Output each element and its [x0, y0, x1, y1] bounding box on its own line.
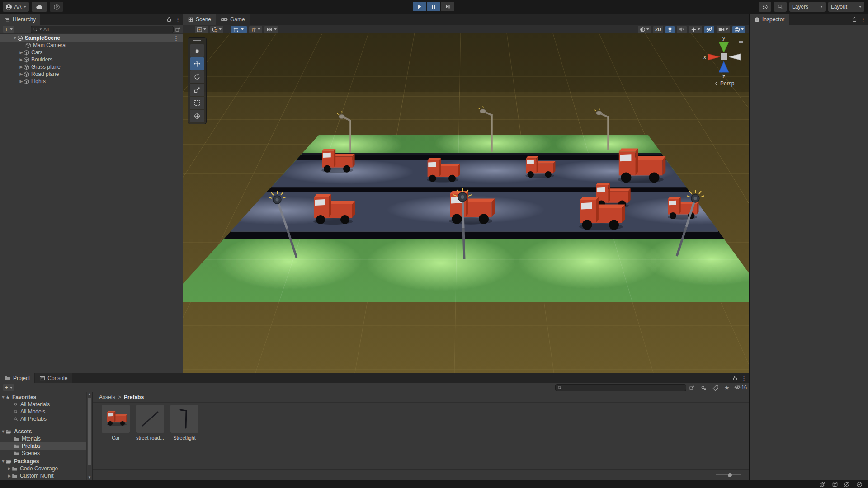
- lock-icon[interactable]: [851, 16, 858, 23]
- open-new-window-icon[interactable]: [689, 385, 695, 391]
- tree-item-packages[interactable]: ▼ Packages: [0, 458, 92, 465]
- tree-item-mterials[interactable]: Mterials: [0, 435, 92, 442]
- asset-item-car[interactable]: Car: [102, 405, 130, 441]
- create-object-button[interactable]: +: [3, 26, 14, 33]
- scene-lighting-toggle[interactable]: [665, 26, 675, 33]
- scene-menu-icon[interactable]: ⋮: [173, 35, 179, 41]
- hierarchy-row[interactable]: ▶ Boulders: [0, 56, 183, 63]
- gizmo-z-axis[interactable]: [719, 61, 729, 72]
- grid-snap-caret[interactable]: [240, 26, 245, 33]
- scale-tool-button[interactable]: [190, 84, 204, 96]
- tree-item-favorites[interactable]: ▼ ★ Favorites: [0, 394, 92, 401]
- slider-knob[interactable]: [728, 473, 732, 477]
- rotate-tool-button[interactable]: [190, 70, 204, 83]
- panel-menu-icon[interactable]: ⋮: [175, 17, 181, 23]
- hierarchy-search-input[interactable]: [43, 27, 171, 32]
- gizmo-center-cube[interactable]: [721, 53, 727, 60]
- debugger-disabled-icon[interactable]: [819, 481, 826, 488]
- asset-item-streetlight[interactable]: Streetlight: [170, 405, 198, 441]
- hand-tool-button[interactable]: [190, 44, 204, 57]
- tab-inspector[interactable]: Inspector: [750, 14, 789, 25]
- tab-console[interactable]: Console: [35, 373, 72, 383]
- auto-refresh-disabled-icon[interactable]: [844, 481, 850, 488]
- scene-canvas[interactable]: y x z Persp: [183, 33, 749, 373]
- persp-label[interactable]: Persp: [720, 80, 735, 87]
- pause-button[interactable]: [427, 2, 440, 11]
- foldout-arrow-icon[interactable]: ▶: [7, 466, 12, 471]
- progress-idle-icon[interactable]: [856, 481, 863, 488]
- gizmo-neg-axis[interactable]: [729, 54, 741, 60]
- tree-item-all-prefabs[interactable]: All Prefabs: [0, 415, 92, 422]
- camera-settings-dropdown[interactable]: [717, 26, 730, 33]
- cloud-button[interactable]: [32, 2, 47, 12]
- tab-project[interactable]: Project: [0, 373, 34, 383]
- hierarchy-row-scene[interactable]: ▼ SampleScene ⋮: [0, 34, 183, 42]
- tree-item-prefabs[interactable]: Prefabs: [0, 442, 92, 450]
- scroll-down-icon[interactable]: ▼: [87, 475, 92, 480]
- tool-handle-position-dropdown[interactable]: [195, 26, 208, 33]
- plastic-scm-button[interactable]: [50, 2, 63, 12]
- gizmo-x-axis[interactable]: [708, 54, 720, 60]
- favorites-star-icon[interactable]: ★: [724, 385, 730, 391]
- tab-hierarchy[interactable]: Hierarchy: [0, 14, 40, 25]
- undo-history-button[interactable]: [759, 2, 771, 12]
- search-everything-button[interactable]: [774, 2, 787, 12]
- account-button[interactable]: AA: [3, 2, 29, 12]
- audio-mute-toggle[interactable]: [677, 26, 687, 33]
- foldout-arrow-icon[interactable]: ▼: [1, 395, 5, 399]
- hierarchy-row[interactable]: ▶ Grass plane: [0, 63, 183, 70]
- scroll-up-icon[interactable]: ▲: [87, 392, 92, 397]
- tree-scrollbar[interactable]: ▲ ▼: [86, 392, 92, 480]
- step-button[interactable]: [441, 2, 454, 11]
- hierarchy-row[interactable]: ▶ Lights: [0, 78, 183, 85]
- draw-mode-dropdown[interactable]: [638, 26, 651, 33]
- scrollbar-thumb[interactable]: [88, 398, 91, 465]
- tree-item-all-materials[interactable]: All Materials: [0, 401, 92, 408]
- asset-item-street-road[interactable]: street road...: [136, 405, 164, 441]
- effects-dropdown[interactable]: [689, 26, 702, 33]
- hierarchy-search-field[interactable]: [31, 26, 174, 33]
- scene-visibility-toggle[interactable]: [704, 26, 714, 33]
- transform-tool-button[interactable]: [190, 110, 204, 122]
- breadcrumb-current[interactable]: Prefabs: [124, 394, 144, 400]
- snap-increment-dropdown[interactable]: [264, 26, 278, 33]
- foldout-arrow-icon[interactable]: ▶: [19, 50, 24, 55]
- layers-dropdown[interactable]: Layers: [789, 2, 826, 12]
- tree-item-assets[interactable]: ▼ Assets: [0, 428, 92, 435]
- thumbnail-size-slider[interactable]: [716, 474, 741, 475]
- rotation-snap-dropdown[interactable]: [249, 26, 262, 33]
- lock-icon[interactable]: [166, 16, 172, 23]
- tree-item-custom-nunit[interactable]: ▶ Custom NUnit: [0, 472, 92, 479]
- tab-scene[interactable]: Scene: [183, 14, 216, 25]
- tab-game[interactable]: Game: [216, 14, 250, 25]
- foldout-arrow-icon[interactable]: ▼: [13, 36, 17, 40]
- project-search-field[interactable]: [555, 384, 686, 391]
- tool-handle-rotation-dropdown[interactable]: [210, 26, 223, 33]
- 2d-toggle[interactable]: 2D: [653, 26, 663, 33]
- project-search-input[interactable]: [564, 385, 684, 390]
- tree-item-all-models[interactable]: All Models: [0, 408, 92, 415]
- panel-menu-icon[interactable]: ⋮: [741, 375, 747, 381]
- create-asset-button[interactable]: +: [3, 384, 14, 391]
- breadcrumb-root[interactable]: Assets: [99, 394, 115, 400]
- tree-item-code-coverage[interactable]: ▶ Code Coverage: [0, 465, 92, 472]
- move-tool-button[interactable]: [190, 57, 204, 70]
- tree-item-scenes[interactable]: Scenes: [0, 450, 92, 457]
- hierarchy-row[interactable]: ▶ Cars: [0, 49, 183, 56]
- search-by-label-icon[interactable]: [712, 385, 719, 391]
- cache-server-disabled-icon[interactable]: [832, 481, 838, 488]
- search-by-type-icon[interactable]: [701, 385, 707, 391]
- foldout-arrow-icon[interactable]: ▼: [1, 459, 5, 464]
- lock-icon[interactable]: [732, 375, 738, 381]
- foldout-arrow-icon[interactable]: ▶: [19, 72, 24, 76]
- gizmos-dropdown[interactable]: [732, 26, 745, 33]
- rect-tool-button[interactable]: [190, 97, 204, 109]
- play-button[interactable]: [413, 2, 426, 11]
- foldout-arrow-icon[interactable]: ▶: [19, 57, 24, 62]
- hierarchy-row[interactable]: ▶ Road plane: [0, 70, 183, 78]
- foldout-arrow-icon[interactable]: ▶: [19, 65, 24, 69]
- foldout-arrow-icon[interactable]: ▶: [7, 474, 12, 478]
- panel-menu-icon[interactable]: ⋮: [860, 17, 866, 23]
- open-new-window-icon[interactable]: [175, 27, 181, 33]
- foldout-arrow-icon[interactable]: ▼: [1, 429, 5, 434]
